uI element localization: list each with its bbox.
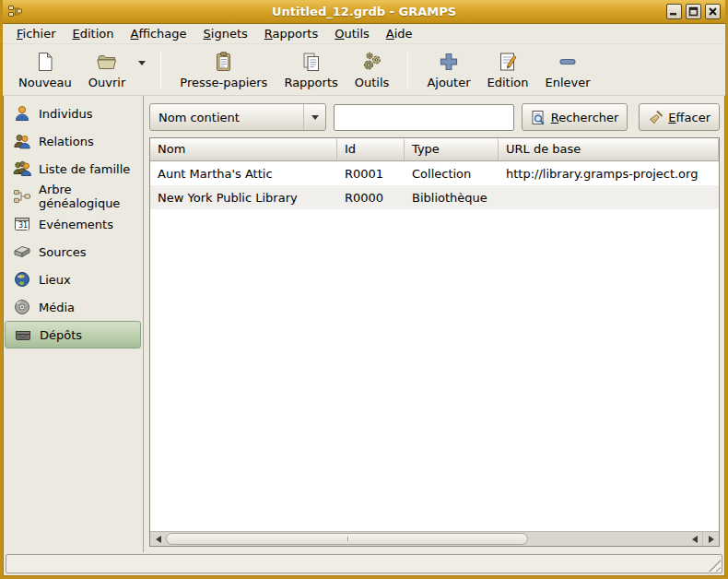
new-document-icon bbox=[34, 51, 56, 73]
tool-label: Edition bbox=[487, 76, 529, 89]
titlebar[interactable]: Untitled_12.grdb - GRAMPS bbox=[3, 0, 725, 24]
two-people-icon bbox=[13, 132, 31, 150]
filter-field-select[interactable]: Nom contient bbox=[149, 103, 326, 131]
close-button[interactable] bbox=[705, 4, 721, 19]
cell-type: Collection bbox=[405, 161, 499, 185]
status-bar bbox=[6, 554, 722, 573]
menu-rapports[interactable]: Rapports bbox=[256, 25, 326, 42]
search-button-label: Rechercher bbox=[551, 111, 619, 124]
cell-type: Bibliothèque bbox=[405, 185, 499, 209]
menu-signets[interactable]: Signets bbox=[195, 25, 256, 42]
menu-affichage[interactable]: Affichage bbox=[122, 25, 194, 42]
sidebar-item-individus[interactable]: Individus bbox=[5, 100, 141, 127]
menu-outils[interactable]: Outils bbox=[326, 25, 378, 42]
open-button[interactable]: Ouvrir bbox=[80, 47, 134, 92]
sidebar-item-label: Relations bbox=[39, 135, 94, 148]
open-folder-icon bbox=[96, 51, 118, 73]
sidebar-item-arbre-genealogique[interactable]: Arbre généalogique bbox=[5, 183, 141, 210]
scroll-right-stepper[interactable] bbox=[703, 532, 719, 546]
cell-name: New York Public Library bbox=[150, 185, 337, 209]
sidebar-item-label: Média bbox=[39, 301, 75, 314]
clear-button[interactable]: Effacer bbox=[639, 103, 720, 131]
cell-url bbox=[499, 185, 719, 209]
tool-label: Ajouter bbox=[427, 76, 470, 89]
column-header-id[interactable]: Id bbox=[337, 138, 405, 161]
filter-bar: Nom contient Rechercher bbox=[149, 103, 720, 131]
arrow-left-icon bbox=[692, 536, 698, 543]
tool-label: Ouvrir bbox=[88, 76, 125, 89]
remove-button[interactable]: Enlever bbox=[537, 47, 599, 92]
column-header-nom[interactable]: Nom bbox=[150, 138, 337, 161]
tool-label: Nouveau bbox=[18, 76, 72, 89]
sidebar-item-evenements[interactable]: 31 Evénements bbox=[5, 210, 141, 238]
add-button[interactable]: Ajouter bbox=[418, 47, 478, 92]
combo-arrow bbox=[303, 104, 325, 130]
sidebar-item-label: Arbre généalogique bbox=[39, 183, 141, 210]
column-header-url[interactable]: URL de base bbox=[499, 138, 719, 161]
window-title: Untitled_12.grdb - GRAMPS bbox=[3, 5, 725, 18]
sidebar-item-relations[interactable]: Relations bbox=[5, 127, 141, 155]
menu-fichier[interactable]: Fichier bbox=[8, 25, 65, 42]
chevron-down-icon bbox=[138, 61, 146, 65]
column-header-type[interactable]: Type bbox=[405, 138, 499, 161]
maximize-button[interactable] bbox=[686, 4, 701, 19]
open-dropdown-button[interactable] bbox=[134, 61, 150, 78]
toolbar-separator bbox=[407, 52, 408, 89]
sidebar-item-depots[interactable]: Dépôts bbox=[5, 321, 141, 349]
calendar-icon: 31 bbox=[13, 215, 31, 233]
toolbar: Nouveau Ouvrir bbox=[3, 44, 725, 96]
cell-id: R0001 bbox=[337, 161, 405, 185]
repository-list: Nom Id Type URL de base Aunt Martha's At… bbox=[149, 137, 720, 547]
list-empty-area bbox=[150, 209, 719, 531]
table-row[interactable]: New York Public Library R0000 Bibliothèq… bbox=[150, 185, 719, 209]
tool-label: Outils bbox=[355, 76, 390, 89]
globe-icon bbox=[13, 270, 31, 289]
sidebar-item-media[interactable]: Média bbox=[5, 293, 141, 321]
sidebar-item-liste-de-famille[interactable]: Liste de famille bbox=[5, 155, 141, 183]
arrow-left-icon bbox=[156, 536, 161, 543]
cell-id: R0000 bbox=[337, 185, 405, 209]
scroll-left-stepper[interactable] bbox=[150, 532, 166, 546]
gears-icon bbox=[361, 51, 383, 73]
sidebar-item-label: Lieux bbox=[39, 273, 71, 287]
add-plus-icon bbox=[438, 51, 460, 73]
repository-box-icon bbox=[14, 325, 32, 344]
sidebar-item-lieux[interactable]: Lieux bbox=[5, 266, 141, 293]
pedigree-tree-icon bbox=[13, 187, 31, 206]
scroll-left-stepper-right-end[interactable] bbox=[687, 532, 703, 546]
new-button[interactable]: Nouveau bbox=[10, 47, 80, 92]
sidebar-item-label: Dépôts bbox=[40, 328, 82, 342]
menubar: Fichier Edition Affichage Signets Rappor… bbox=[3, 24, 725, 44]
edit-button[interactable]: Edition bbox=[479, 47, 537, 92]
broom-icon bbox=[648, 110, 663, 125]
tools-button[interactable]: Outils bbox=[346, 47, 398, 92]
clipboard-button[interactable]: Presse-papiers bbox=[171, 47, 276, 92]
resize-grip[interactable] bbox=[707, 558, 721, 572]
clear-button-label: Effacer bbox=[668, 111, 710, 124]
reports-button[interactable]: Rapports bbox=[276, 47, 346, 92]
tool-label: Presse-papiers bbox=[180, 76, 267, 89]
content-pane: Nom contient Rechercher bbox=[144, 96, 725, 552]
person-icon bbox=[13, 104, 31, 123]
main-area: Individus Relations bbox=[3, 96, 725, 552]
sidebar-item-sources[interactable]: Sources bbox=[5, 238, 141, 266]
sidebar-item-label: Evénements bbox=[39, 218, 113, 231]
remove-minus-icon bbox=[557, 51, 579, 73]
toolbar-separator bbox=[160, 52, 161, 89]
gramps-window: Untitled_12.grdb - GRAMPS Fichier Editio… bbox=[0, 0, 728, 579]
menu-aide[interactable]: Aide bbox=[378, 25, 421, 42]
chevron-down-icon bbox=[311, 115, 319, 120]
svg-text:31: 31 bbox=[18, 221, 28, 230]
table-row[interactable]: Aunt Martha's Attic R0001 Collection htt… bbox=[150, 161, 719, 185]
cell-name: Aunt Martha's Attic bbox=[150, 161, 337, 185]
search-input[interactable] bbox=[334, 104, 514, 131]
horizontal-scrollbar[interactable] bbox=[150, 531, 719, 546]
sidebar-item-label: Individus bbox=[39, 107, 93, 121]
media-disc-icon bbox=[13, 298, 31, 316]
scrollbar-thumb[interactable] bbox=[166, 533, 528, 545]
search-button[interactable]: Rechercher bbox=[522, 103, 628, 131]
book-icon bbox=[13, 242, 31, 261]
cell-url: http://library.gramps-project.org bbox=[499, 161, 719, 185]
menu-edition[interactable]: Edition bbox=[65, 25, 123, 42]
minimize-button[interactable] bbox=[666, 4, 682, 19]
